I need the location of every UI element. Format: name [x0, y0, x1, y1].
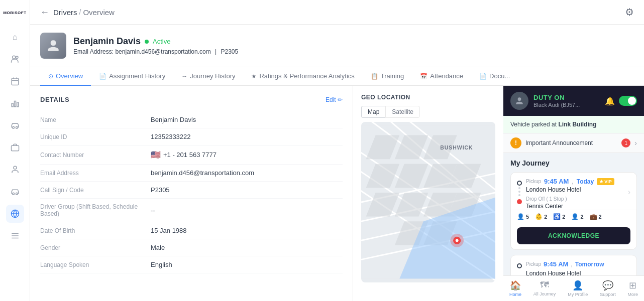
tab-assignment-history[interactable]: 📄 Assignment History	[91, 67, 173, 86]
sidebar-item-drivers[interactable]	[6, 50, 24, 68]
footer-more-label: More	[628, 292, 638, 297]
luggage-count: 💼 2	[590, 213, 602, 220]
announcement-bar[interactable]: ! Important Announcement 1 ›	[503, 133, 644, 153]
footer-home[interactable]: 🏠 Home	[505, 279, 525, 298]
phone-mockup: DUTY ON Black Audi (BJ57... 🔔 Vehicle pa…	[503, 86, 644, 301]
pickup-label-2: Pickup	[526, 261, 541, 267]
label-gender: Gender	[40, 244, 151, 251]
footer-support[interactable]: 💬 Support	[596, 279, 620, 298]
svg-rect-2	[12, 78, 19, 85]
announcement-text: Important Announcement	[525, 139, 617, 146]
sidebar-item-vehicles[interactable]	[6, 116, 24, 134]
sidebar-item-rides[interactable]	[6, 183, 24, 201]
tab-ratings-label: Ratings & Performance Analytics	[259, 72, 354, 80]
footer-support-label: Support	[600, 292, 616, 297]
sidebar-item-home[interactable]: ⌂	[6, 28, 24, 46]
meta-separator: |	[215, 48, 217, 55]
tab-attendance[interactable]: 📅 Attendance	[412, 67, 471, 86]
journey2-details: Pickup 9:45 AM , Tomorrow London House H…	[526, 260, 630, 275]
duty-toggle[interactable]	[619, 96, 637, 106]
notification-bell-icon[interactable]: 🔔	[605, 96, 615, 106]
back-button[interactable]: ←	[40, 7, 49, 18]
geo-title: GEO LOCATION	[361, 94, 495, 101]
svg-rect-6	[12, 103, 13, 107]
edit-button[interactable]: Edit ✏	[326, 96, 343, 103]
value-language: English	[151, 261, 172, 268]
journey-time-row: Pickup 9:45 AM , Today ★ VIP	[526, 178, 624, 185]
footer-all-journey-label: All Journey	[533, 291, 556, 296]
tab-journey-history[interactable]: ↔ Journey History	[173, 67, 243, 86]
breadcrumb: Drivers / Overview	[53, 8, 115, 17]
tab-docs-label: Docu...	[489, 72, 510, 80]
settings-icon[interactable]: ⚙	[625, 6, 634, 18]
sidebar-item-analytics[interactable]	[6, 94, 24, 112]
passenger-counts: 👤 5 👶 2 ♿ 2	[511, 210, 636, 223]
pickup-dot	[517, 181, 522, 186]
footer-profile-label: My Profile	[568, 292, 588, 297]
journey2-time-row: Pickup 9:45 AM , Tomorrow	[526, 260, 630, 268]
route-indicator	[517, 178, 522, 204]
tab-overview-icon: ⊙	[48, 73, 53, 80]
route-dot	[518, 194, 520, 196]
footer-all-journey[interactable]: 🗺 All Journey	[529, 279, 560, 298]
dropoff-label: Drop Off ( 1 Stop )	[526, 196, 624, 202]
tab-ratings[interactable]: ★ Ratings & Performance Analytics	[243, 67, 362, 86]
time-separator: ,	[572, 178, 573, 185]
svg-rect-8	[17, 102, 18, 107]
phone-footer: 🏠 Home 🗺 All Journey 👤 My Profile 💬 Supp…	[503, 275, 644, 301]
sidebar-item-geo[interactable]	[6, 205, 24, 223]
tab-attendance-label: Attendance	[430, 72, 463, 80]
adult-count: 👤 5	[517, 213, 529, 220]
svg-point-10	[16, 126, 18, 128]
driver-code: P2305	[221, 48, 239, 55]
svg-point-0	[12, 56, 15, 59]
tab-training[interactable]: 📋 Training	[363, 67, 412, 86]
footer-profile[interactable]: 👤 My Profile	[564, 279, 592, 298]
breadcrumb-parent[interactable]: Drivers	[53, 8, 77, 17]
label-callsign: Call Sign / Code	[40, 187, 151, 194]
sidebar-item-users[interactable]	[6, 161, 24, 179]
svg-point-9	[12, 126, 14, 128]
announcement-arrow-icon: ›	[634, 139, 637, 147]
parked-text: Vehicle parked at	[510, 121, 557, 128]
label-group: Driver Group (Shift Based, Schedule Base…	[40, 203, 151, 217]
tab-journey-icon: ↔	[181, 73, 187, 80]
tab-documents[interactable]: 📄 Docu...	[471, 67, 518, 86]
sidebar-item-fleet[interactable]	[6, 138, 24, 157]
driver-name: Benjamin Davis	[73, 36, 141, 47]
detail-row-gender: Gender Male	[40, 239, 343, 256]
label-language: Language Spoken	[40, 261, 151, 268]
journey2-location: London House Hotel	[526, 270, 630, 275]
acknowledge-button[interactable]: ACKNOWLEDGE	[517, 227, 630, 244]
body-layout: DETAILS Edit ✏ Name Benjamin Davis Uniqu…	[30, 86, 644, 301]
child-count: 👶 2	[535, 213, 547, 220]
tab-assignment-icon: 📄	[99, 73, 106, 80]
pickup-dot-2	[517, 263, 522, 268]
journey-time: 9:45 AM	[544, 178, 569, 185]
pickup-label: Pickup	[526, 179, 541, 184]
driver-info-section: Benjamin Davis Active Email Address: ben…	[30, 25, 644, 67]
email-label: Email Address:	[73, 48, 114, 55]
sidebar-item-menu[interactable]	[6, 227, 24, 245]
flag-icon: 🇺🇸	[151, 150, 161, 160]
value-contact: 🇺🇸 +1 - 201 563 7777	[151, 150, 217, 160]
value-uid: 12352333222	[151, 133, 191, 140]
announcement-badge: 1	[621, 138, 630, 147]
luggage-icon: 💼	[590, 213, 597, 220]
phone-body: Vehicle parked at Link Building ! Import…	[503, 116, 644, 275]
dropoff-dot	[517, 199, 522, 204]
phone-driver-avatar	[510, 92, 528, 110]
footer-more[interactable]: ⊞ More	[624, 279, 642, 298]
support-footer-icon: 💬	[602, 280, 613, 291]
sidebar-item-schedule[interactable]	[6, 72, 24, 90]
label-dob: Date Of Birth	[40, 227, 151, 234]
journey-card-1: Pickup 9:45 AM , Today ★ VIP	[510, 172, 637, 250]
tab-assignment-label: Assignment History	[109, 72, 165, 80]
stops-label: ( 1 Stop )	[546, 196, 567, 202]
journey-card-2: Pickup 9:45 AM , Tomorrow London House H…	[510, 255, 637, 275]
map-tab-satellite[interactable]: Satellite	[385, 106, 420, 118]
value-email: benjamin.d456@transportation.com	[151, 169, 254, 177]
status-label: Active	[153, 38, 170, 45]
map-tab-map[interactable]: Map	[361, 106, 385, 118]
tab-overview[interactable]: ⊙ Overview	[40, 67, 91, 86]
